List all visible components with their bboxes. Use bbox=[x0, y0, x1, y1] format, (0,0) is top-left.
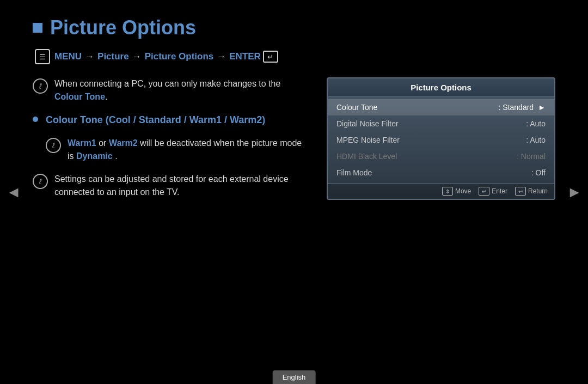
page-title-row: Picture Options bbox=[33, 16, 555, 39]
option-arrow-colour-tone: ► bbox=[538, 103, 546, 112]
note1-prefix: When connecting a PC, you can only make … bbox=[54, 79, 280, 88]
sub-note-item: ℓ Warm1 or Warm2 will be deactivated whe… bbox=[46, 137, 305, 163]
bullet-text: Colour Tone (Cool / Standard / Warm1 / W… bbox=[46, 113, 265, 127]
sub-note-icon: ℓ bbox=[46, 138, 61, 153]
footer-move: ⇕ Move bbox=[442, 187, 471, 196]
move-label: Move bbox=[455, 187, 471, 195]
option-label-digital-noise: Digital Noise Filter bbox=[336, 119, 524, 128]
note1-suffix: . bbox=[105, 92, 107, 101]
option-row-colour-tone[interactable]: Colour Tone : Standard ► bbox=[328, 99, 554, 115]
page-container: Picture Options ☰ MENU → Picture → Pictu… bbox=[0, 0, 588, 384]
right-arrow-icon: ► bbox=[567, 184, 582, 201]
option-value-digital-noise: : Auto bbox=[526, 119, 546, 128]
bullet-item: Colour Tone (Cool / Standard / Warm1 / W… bbox=[33, 113, 305, 127]
enter-label: ENTER bbox=[229, 51, 261, 62]
option-label-mpeg-noise: MPEG Noise Filter bbox=[336, 136, 524, 144]
menu-label: MENU bbox=[54, 51, 82, 62]
option-row-digital-noise[interactable]: Digital Noise Filter : Auto bbox=[328, 115, 554, 132]
two-col-layout: ℓ When connecting a PC, you can only mak… bbox=[33, 77, 555, 209]
section1: Picture bbox=[97, 51, 129, 62]
warm2-label: Warm2 bbox=[109, 138, 138, 148]
note-text-2: Settings can be adjusted and stored for … bbox=[54, 173, 305, 199]
sub-note-mid1: or bbox=[99, 138, 109, 148]
enter-footer-icon: ↵ bbox=[479, 187, 489, 196]
language-label: English bbox=[283, 373, 306, 381]
return-icon: ↩ bbox=[515, 187, 526, 196]
right-column: Picture Options Colour Tone : Standard ►… bbox=[327, 77, 555, 209]
option-row-mpeg-noise[interactable]: MPEG Noise Filter : Auto bbox=[328, 132, 554, 148]
return-label: Return bbox=[528, 187, 548, 195]
breadcrumb: ☰ MENU → Picture → Picture Options → ENT… bbox=[35, 49, 555, 64]
left-column: ℓ When connecting a PC, you can only mak… bbox=[33, 77, 305, 209]
note-1: ℓ When connecting a PC, you can only mak… bbox=[33, 77, 305, 103]
footer-enter: ↵ Enter bbox=[479, 187, 507, 196]
sub-note-text: Warm1 or Warm2 will be deactivated when … bbox=[68, 137, 305, 163]
language-tab[interactable]: English bbox=[273, 370, 316, 384]
panel-title: Picture Options bbox=[328, 78, 554, 97]
option-value-colour-tone: : Standard bbox=[499, 103, 534, 112]
section2: Picture Options bbox=[145, 51, 214, 62]
sub-note-suffix: . bbox=[115, 151, 117, 161]
title-square-icon bbox=[33, 23, 42, 33]
sub-note: ℓ Warm1 or Warm2 will be deactivated whe… bbox=[46, 137, 305, 163]
enter-icon: ↵ bbox=[263, 51, 278, 63]
note1-highlight: Colour Tone bbox=[54, 92, 105, 101]
option-row-film-mode[interactable]: Film Mode : Off bbox=[328, 164, 554, 181]
option-label-film-mode: Film Mode bbox=[336, 168, 529, 177]
option-value-film-mode: : Off bbox=[531, 168, 546, 177]
page-title: Picture Options bbox=[50, 16, 196, 39]
note-text-1: When connecting a PC, you can only make … bbox=[54, 77, 305, 103]
option-label-hdmi-black: HDMI Black Level bbox=[336, 152, 514, 161]
enter-footer-label: Enter bbox=[492, 187, 507, 195]
note-icon-1: ℓ bbox=[33, 78, 48, 94]
options-footer: ⇕ Move ↵ Enter ↩ Return bbox=[328, 183, 554, 199]
options-body: Colour Tone : Standard ► Digital Noise F… bbox=[328, 97, 554, 183]
menu-icon: ☰ bbox=[35, 49, 50, 64]
nav-arrow-left[interactable]: ◄ bbox=[5, 179, 22, 206]
arrow1: → bbox=[85, 51, 94, 62]
note-2: ℓ Settings can be adjusted and stored fo… bbox=[33, 173, 305, 199]
arrow3: → bbox=[217, 51, 226, 62]
nav-arrow-right[interactable]: ► bbox=[566, 179, 583, 206]
left-arrow-icon: ◄ bbox=[6, 184, 21, 201]
arrow2: → bbox=[132, 51, 142, 62]
footer-return: ↩ Return bbox=[515, 187, 548, 196]
warm1-label: Warm1 bbox=[68, 138, 96, 148]
options-panel: Picture Options Colour Tone : Standard ►… bbox=[327, 77, 555, 200]
option-label-colour-tone: Colour Tone bbox=[336, 103, 497, 112]
option-row-hdmi-black: HDMI Black Level : Normal bbox=[328, 148, 554, 164]
note-icon-2: ℓ bbox=[33, 174, 48, 189]
bullet-dot-icon bbox=[33, 117, 38, 122]
move-icon: ⇕ bbox=[442, 187, 453, 196]
dynamic-label: Dynamic bbox=[76, 151, 113, 161]
option-value-mpeg-noise: : Auto bbox=[526, 136, 546, 144]
option-value-hdmi-black: : Normal bbox=[517, 152, 546, 161]
